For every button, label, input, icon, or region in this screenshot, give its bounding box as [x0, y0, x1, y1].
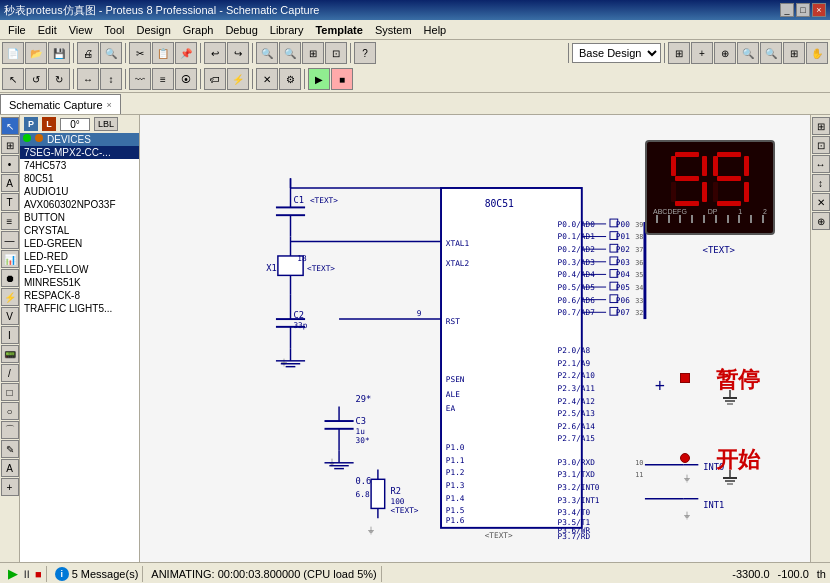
stop-run-btn[interactable]: ■ [331, 68, 353, 90]
run-btn[interactable]: ▶ [308, 68, 330, 90]
pause-button[interactable]: ⏸ [21, 568, 32, 580]
pan-btn[interactable]: ✋ [806, 42, 828, 64]
device-item-1[interactable]: 74HC573 [20, 159, 139, 172]
path-tool[interactable]: ✎ [1, 440, 19, 458]
device-item-0[interactable]: 7SEG-MPX2-CC-... [20, 146, 139, 159]
virtual-inst[interactable]: 📟 [1, 345, 19, 363]
pin-tool[interactable]: — [1, 231, 19, 249]
symbol-tool[interactable]: A [1, 459, 19, 477]
menu-debug[interactable]: Debug [219, 23, 263, 37]
origin-btn[interactable]: ⊕ [714, 42, 736, 64]
wire-btn[interactable]: 〰 [129, 68, 151, 90]
tag-btn[interactable]: 🏷 [204, 68, 226, 90]
zoom-out-btn[interactable]: 🔍 [279, 42, 301, 64]
device-item-5[interactable]: BUTTON [20, 211, 139, 224]
wire-label-tool[interactable]: A [1, 174, 19, 192]
box-tool[interactable]: □ [1, 383, 19, 401]
design-combo[interactable]: Base Design [572, 43, 661, 63]
open-btn[interactable]: 📂 [25, 42, 47, 64]
stop-button[interactable]: ■ [35, 568, 42, 580]
rt-btn-6[interactable]: ⊕ [812, 212, 830, 230]
play-button[interactable]: ▶ [8, 566, 18, 581]
button-int1[interactable] [680, 453, 690, 463]
tab-close-btn[interactable]: × [107, 100, 112, 110]
zoom-in-btn[interactable]: 🔍 [256, 42, 278, 64]
mirror-y-btn[interactable]: ↕ [100, 68, 122, 90]
zoom-all-btn[interactable]: ⊞ [302, 42, 324, 64]
grid-btn[interactable]: + [691, 42, 713, 64]
rotate-l-btn[interactable]: ↺ [25, 68, 47, 90]
rt-btn-2[interactable]: ⊡ [812, 136, 830, 154]
menu-design[interactable]: Design [131, 23, 177, 37]
devices-p-toggle[interactable]: P [24, 117, 38, 131]
component-tool[interactable]: ⊞ [1, 136, 19, 154]
menu-library[interactable]: Library [264, 23, 310, 37]
cut-btn[interactable]: ✂ [129, 42, 151, 64]
rotate-r-btn[interactable]: ↻ [48, 68, 70, 90]
device-item-10[interactable]: MINRES51K [20, 276, 139, 289]
save-btn[interactable]: 💾 [48, 42, 70, 64]
junction-tool[interactable]: • [1, 155, 19, 173]
properties-btn[interactable]: ⚙ [279, 68, 301, 90]
delete-btn[interactable]: ✕ [256, 68, 278, 90]
button-int0[interactable] [680, 373, 690, 383]
help-btn[interactable]: ? [354, 42, 376, 64]
menu-edit[interactable]: Edit [32, 23, 63, 37]
devices-l-toggle[interactable]: L [42, 117, 56, 131]
arc-tool[interactable]: ⌒ [1, 421, 19, 439]
generator-tool[interactable]: ⚡ [1, 288, 19, 306]
menu-graph[interactable]: Graph [177, 23, 220, 37]
bus-tool[interactable]: ≡ [1, 212, 19, 230]
voltage-probe[interactable]: V [1, 307, 19, 325]
device-item-4[interactable]: AVX060302NPO33F [20, 198, 139, 211]
tab-schematic[interactable]: Schematic Capture × [0, 94, 121, 114]
close-btn[interactable]: × [812, 3, 826, 17]
zoom-fit-btn[interactable]: ⊡ [325, 42, 347, 64]
rt-btn-1[interactable]: ⊞ [812, 117, 830, 135]
marker-tool[interactable]: + [1, 478, 19, 496]
menu-system[interactable]: System [369, 23, 418, 37]
text-tool[interactable]: T [1, 193, 19, 211]
rt-btn-5[interactable]: ✕ [812, 193, 830, 211]
print-preview-btn[interactable]: 🔍 [100, 42, 122, 64]
undo-btn[interactable]: ↩ [204, 42, 226, 64]
menu-tool[interactable]: Tool [98, 23, 130, 37]
device-item-6[interactable]: CRYSTAL [20, 224, 139, 237]
device-item-8[interactable]: LED-RED [20, 250, 139, 263]
device-item-12[interactable]: TRAFFIC LIGHT5... [20, 302, 139, 315]
device-item-11[interactable]: RESPACK-8 [20, 289, 139, 302]
paste-btn[interactable]: 📌 [175, 42, 197, 64]
power-btn[interactable]: ⚡ [227, 68, 249, 90]
maximize-btn[interactable]: □ [796, 3, 810, 17]
graph-tool[interactable]: 📊 [1, 250, 19, 268]
device-item-9[interactable]: LED-YELLOW [20, 263, 139, 276]
current-probe[interactable]: I [1, 326, 19, 344]
rt-btn-3[interactable]: ↔ [812, 155, 830, 173]
select-tool[interactable]: ↖ [1, 117, 19, 135]
rt-btn-4[interactable]: ↕ [812, 174, 830, 192]
circle-tool[interactable]: ○ [1, 402, 19, 420]
device-item-2[interactable]: 80C51 [20, 172, 139, 185]
device-item-3[interactable]: AUDIO1U [20, 185, 139, 198]
redo-btn[interactable]: ↪ [227, 42, 249, 64]
menu-file[interactable]: File [2, 23, 32, 37]
lbl-button[interactable]: LBL [94, 117, 118, 131]
copy-btn[interactable]: 📋 [152, 42, 174, 64]
zoomall2-btn[interactable]: ⊞ [783, 42, 805, 64]
bus-btn[interactable]: ≡ [152, 68, 174, 90]
zoomin2-btn[interactable]: 🔍 [737, 42, 759, 64]
tape-tool[interactable]: ⏺ [1, 269, 19, 287]
mirror-x-btn[interactable]: ↔ [77, 68, 99, 90]
device-item-7[interactable]: LED-GREEN [20, 237, 139, 250]
minimize-btn[interactable]: _ [780, 3, 794, 17]
canvas-area[interactable]: C1 <TEXT> X1 <TEXT> 18 C2 33p [140, 115, 810, 562]
new-btn[interactable]: 📄 [2, 42, 24, 64]
print-btn[interactable]: 🖨 [77, 42, 99, 64]
zoomout2-btn[interactable]: 🔍 [760, 42, 782, 64]
junction-btn[interactable]: ⦿ [175, 68, 197, 90]
line-tool[interactable]: / [1, 364, 19, 382]
snap-btn[interactable]: ⊞ [668, 42, 690, 64]
menu-view[interactable]: View [63, 23, 99, 37]
menu-template[interactable]: Template [309, 23, 368, 37]
menu-help[interactable]: Help [418, 23, 453, 37]
